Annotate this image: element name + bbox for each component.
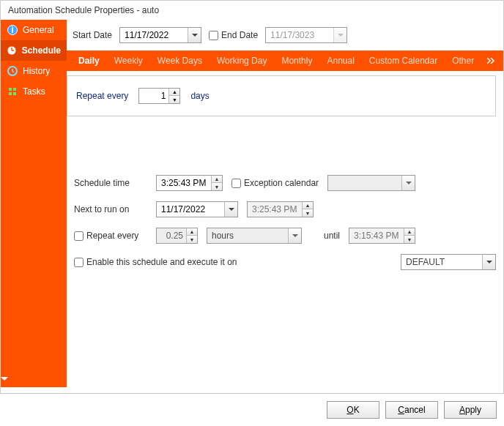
dialog-root: Automation Schedule Properties - auto i … [0, 0, 504, 426]
chevron-down-icon [1, 377, 8, 381]
tab-week-days[interactable]: Week Days [150, 51, 210, 71]
enable-schedule-checkbox-input[interactable] [74, 258, 84, 267]
spin-up-icon[interactable]: ▲ [169, 89, 179, 96]
start-date-label: Start Date [73, 30, 112, 40]
end-date-checkbox-label: End Date [221, 30, 258, 40]
cancel-button-rest: ancel [404, 405, 426, 415]
dropdown-icon [333, 28, 346, 42]
sidebar-item-schedule[interactable]: Schedule [1, 40, 67, 61]
schedule-time-input[interactable]: ▲▼ [156, 175, 223, 191]
next-run-time-input: ▲▼ [247, 201, 314, 217]
sidebar-expand-caret[interactable] [1, 371, 67, 387]
exception-calendar-combo[interactable] [327, 175, 415, 191]
spin-down-icon: ▼ [404, 236, 415, 243]
next-run-time-field [248, 202, 302, 217]
spin-down-icon: ▼ [187, 236, 197, 243]
repeat-interval-label: Repeat every [86, 231, 138, 241]
tab-other[interactable]: Other [445, 51, 481, 71]
tab-weekly[interactable]: Weekly [107, 51, 150, 71]
next-run-label: Next to run on [74, 204, 147, 214]
svg-rect-9 [13, 92, 16, 95]
execute-target-value: DEFAULT [401, 255, 482, 269]
dropdown-icon[interactable] [224, 202, 237, 217]
dropdown-icon [288, 228, 301, 243]
repeat-every-label: Repeat every [76, 91, 128, 101]
spin-down-icon[interactable]: ▼ [169, 96, 179, 103]
spin-up-icon: ▲ [187, 228, 197, 236]
repeat-interval-checkbox[interactable]: Repeat every [74, 231, 147, 241]
end-date-field [266, 29, 333, 42]
chevrons-right-icon [487, 58, 496, 64]
repeat-every-unit: days [190, 91, 209, 101]
svg-text:i: i [11, 25, 13, 35]
apply-button[interactable]: Apply [444, 401, 497, 419]
exception-calendar-checkbox-input[interactable] [231, 179, 241, 188]
sidebar-item-history[interactable]: History [1, 61, 67, 81]
start-date-input[interactable] [119, 27, 201, 43]
start-date-field[interactable] [120, 29, 188, 42]
next-run-date-field[interactable] [157, 203, 224, 216]
sidebar-item-tasks[interactable]: Tasks [1, 81, 67, 102]
until-time-field [349, 228, 404, 243]
svg-rect-6 [9, 88, 12, 91]
repeat-every-spinner[interactable]: ▲▼ [138, 88, 180, 104]
dropdown-icon[interactable] [482, 255, 495, 269]
dropdown-icon[interactable] [188, 28, 201, 42]
enable-schedule-checkbox[interactable]: Enable this schedule and execute it on [74, 257, 237, 267]
main-panel: Start Date End Date Daily Weekly Week Da… [67, 20, 503, 387]
repeat-interval-unit: hours [207, 229, 288, 242]
until-label: until [324, 231, 340, 241]
svg-rect-7 [13, 88, 16, 91]
history-icon [7, 65, 18, 77]
daily-panel: Repeat every ▲▼ days [67, 75, 496, 116]
tab-working-day[interactable]: Working Day [210, 51, 274, 71]
exception-calendar-label: Exception calendar [244, 178, 319, 188]
end-date-input [265, 27, 347, 43]
clock-icon [7, 45, 18, 56]
schedule-tabs: Daily Weekly Week Days Working Day Month… [67, 51, 503, 71]
sidebar-item-label: History [23, 66, 50, 76]
ok-button-rest: K [354, 405, 360, 415]
tabs-scroll-right[interactable] [484, 58, 499, 64]
tab-monthly[interactable]: Monthly [274, 51, 319, 71]
repeat-interval-unit-combo: hours [207, 228, 302, 244]
repeat-interval-checkbox-input[interactable] [74, 231, 84, 241]
schedule-time-field[interactable] [157, 176, 211, 190]
repeat-interval-value [157, 228, 186, 243]
apply-button-rest: pply [465, 405, 481, 415]
cancel-button[interactable]: Cancel [385, 401, 438, 419]
tasks-icon [7, 86, 18, 97]
end-date-checkbox[interactable]: End Date [209, 30, 258, 40]
window-title: Automation Schedule Properties - auto [1, 1, 503, 20]
sidebar-item-label: General [23, 25, 54, 35]
spin-up-icon: ▲ [404, 228, 415, 236]
spin-up-icon[interactable]: ▲ [212, 176, 222, 183]
exception-calendar-value [328, 182, 401, 184]
until-time-input: ▲▼ [349, 228, 415, 244]
spin-up-icon: ▲ [303, 202, 313, 209]
end-date-checkbox-input[interactable] [209, 31, 218, 40]
ok-button[interactable]: OK [327, 401, 379, 419]
dialog-footer: OK Cancel Apply [0, 393, 504, 426]
svg-rect-8 [9, 92, 12, 95]
execute-target-combo[interactable]: DEFAULT [401, 254, 496, 270]
sidebar-item-general[interactable]: i General [1, 20, 67, 40]
enable-schedule-label: Enable this schedule and execute it on [86, 257, 237, 267]
schedule-time-label: Schedule time [74, 178, 147, 188]
exception-calendar-checkbox[interactable]: Exception calendar [231, 178, 319, 188]
repeat-every-value[interactable] [139, 89, 168, 103]
spin-down-icon[interactable]: ▼ [212, 183, 222, 190]
spin-down-icon: ▼ [303, 209, 313, 217]
sidebar-item-label: Schedule [22, 45, 61, 56]
info-icon: i [7, 24, 18, 36]
tab-daily[interactable]: Daily [71, 51, 107, 71]
tab-custom-calendar[interactable]: Custom Calendar [362, 51, 445, 71]
dropdown-icon[interactable] [401, 176, 415, 190]
tab-annual[interactable]: Annual [319, 51, 361, 71]
repeat-interval-spinner: ▲▼ [156, 228, 198, 244]
sidebar: i General Schedule History Tas [1, 20, 67, 387]
sidebar-item-label: Tasks [23, 86, 45, 97]
next-run-date-input[interactable] [156, 201, 238, 217]
